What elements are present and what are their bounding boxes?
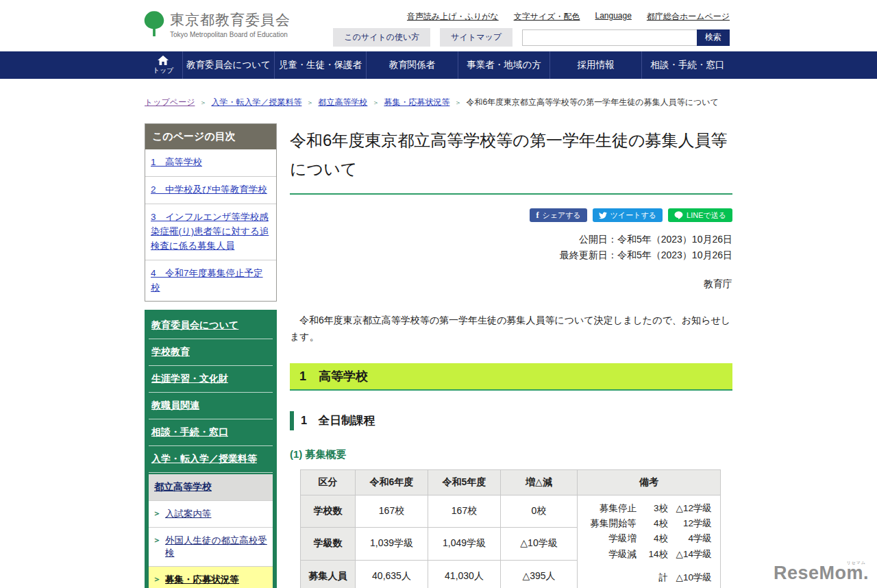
site-header: 東京都教育委員会 Tokyo Metropolitan Board of Edu… — [0, 0, 877, 51]
remarks-line: 学級減 14校 △14学級 — [583, 547, 712, 562]
sidebar-item-about-board[interactable]: 教育委員会について — [149, 313, 273, 339]
toc-item-high-school[interactable]: 1 高等学校 — [145, 149, 276, 176]
chevron-right-icon: ＞ — [153, 535, 161, 546]
utility-link-tocho-home[interactable]: 都庁総合ホームページ — [647, 11, 730, 23]
utility-link-voice[interactable]: 音声読み上げ・ふりがな — [407, 11, 499, 23]
chevron-right-icon: ＞ — [153, 574, 161, 585]
facebook-share-button[interactable]: f シェアする — [530, 208, 586, 222]
page: 東京都教育委員会 Tokyo Metropolitan Board of Edu… — [0, 0, 877, 588]
share-buttons: f シェアする ツイートする LINEで送る — [290, 208, 732, 222]
search-input[interactable] — [522, 29, 697, 46]
remarks-total: 計 △10学級 — [583, 570, 712, 585]
remarks-line: 募集停止 3校 △12学級 — [583, 501, 712, 516]
sidebar-item-school-education[interactable]: 学校教育 — [149, 339, 273, 366]
agency-name: 教育庁 — [290, 278, 732, 291]
date-block: 公開日：令和5年（2023）10月26日 最終更新日：令和5年（2023）10月… — [290, 232, 732, 263]
toc-item-influenza[interactable]: 3 インフルエンザ等学校感染症罹(り)患者等に対する追検査に係る募集人員 — [145, 204, 276, 260]
sidebar-subitem-recruitment-status[interactable]: ＞ 募集・応募状況等 — [149, 566, 273, 588]
breadcrumb-separator: ＞ — [372, 98, 379, 108]
resemom-ruby: リセマム — [846, 560, 866, 566]
table-row-schools: 学校数 167校 167校 0校 募集停止 3校 △12学級 募集開始等 — [301, 495, 721, 527]
home-icon — [158, 56, 169, 65]
sidebar-item-consultation[interactable]: 相談・手続・窓口 — [149, 419, 273, 446]
search-button[interactable]: 検索 — [697, 29, 730, 46]
breadcrumb-link-admission[interactable]: 入学・転入学／授業料等 — [211, 97, 301, 108]
nav-item-educators[interactable]: 教育関係者 — [366, 51, 458, 79]
nav-item-about-board[interactable]: 教育委員会について — [182, 51, 274, 79]
recruitment-summary-table: 区分 令和6年度 令和5年度 増△減 備考 学校数 167校 167校 0校 — [300, 469, 721, 588]
breadcrumb-link-recruitment-status[interactable]: 募集・応募状況等 — [384, 97, 449, 108]
breadcrumb-link-top[interactable]: トップページ — [145, 97, 195, 108]
col-header-diff: 増△減 — [501, 469, 578, 495]
sidebar-section-metropolitan-hs[interactable]: 都立高等学校 — [149, 474, 273, 500]
content-columns: このページの目次 1 高等学校 2 中学校及び中等教育学校 3 インフルエンザ等… — [145, 122, 732, 588]
sidebar-item-lifelong-learning[interactable]: 生涯学習・文化財 — [149, 366, 273, 393]
col-header-category: 区分 — [301, 469, 356, 495]
site-usage-button[interactable]: このサイトの使い方 — [333, 28, 430, 47]
page-toc: このページの目次 1 高等学校 2 中学校及び中等教育学校 3 インフルエンザ等… — [145, 123, 277, 302]
subsection-heading-fulltime: 1 全日制課程 — [290, 411, 732, 430]
remarks-line: 学級増 4校 4学級 — [583, 531, 712, 546]
sidebar-item-teachers[interactable]: 教職員関連 — [149, 393, 273, 419]
facebook-icon: f — [536, 210, 539, 221]
nav-item-students-guardians[interactable]: 児童・生徒・保護者 — [274, 51, 366, 79]
section-heading-high-school: 1 高等学校 — [290, 363, 732, 391]
page-title: 令和6年度東京都立高等学校等の第一学年生徒の募集人員等について — [290, 122, 732, 195]
breadcrumb: トップページ ＞ 入学・転入学／授業料等 ＞ 都立高等学校 ＞ 募集・応募状況等… — [145, 79, 732, 122]
utility-links: 音声読み上げ・ふりがな 文字サイズ・配色 Language 都庁総合ホームページ — [407, 11, 730, 23]
remarks-line: 募集開始等 4校 12学級 — [583, 516, 712, 531]
utility-link-language[interactable]: Language — [595, 11, 631, 23]
sidebar-menu: 教育委員会について 学校教育 生涯学習・文化財 教職員関連 相談・手続・窓口 入… — [145, 310, 277, 588]
sidebar-item-admission[interactable]: 入学・転入学／授業料等 — [149, 446, 273, 473]
nav-home-label: トップ — [153, 66, 174, 75]
nav-home[interactable]: トップ — [144, 51, 182, 79]
resemom-watermark: リセマム ReseMom. — [774, 563, 869, 584]
col-header-remarks: 備考 — [578, 469, 721, 495]
twitter-share-button[interactable]: ツイートする — [593, 208, 663, 222]
line-icon — [674, 211, 683, 219]
breadcrumb-separator: ＞ — [454, 98, 461, 108]
site-logo-link[interactable]: 東京都教育委員会 Tokyo Metropolitan Board of Edu… — [144, 10, 291, 38]
logo-title: 東京都教育委員会 — [170, 10, 291, 29]
chevron-right-icon: ＞ — [153, 508, 161, 519]
col-header-reiwa6: 令和6年度 — [356, 469, 428, 495]
nav-item-consultation[interactable]: 相談・手続・窓口 — [641, 51, 733, 79]
breadcrumb-current: 令和6年度東京都立高等学校等の第一学年生徒の募集人員等について — [466, 97, 718, 108]
nav-item-business-local[interactable]: 事業者・地域の方 — [458, 51, 549, 79]
toc-item-r7-stop[interactable]: 4 令和7年度募集停止予定校 — [145, 260, 276, 302]
twitter-bird-icon — [599, 212, 607, 219]
header-tools-row: このサイトの使い方 サイトマップ 検索 — [333, 28, 730, 47]
sidebar-subitem-foreign-students[interactable]: ＞ 外国人生徒の都立高校受検 — [149, 527, 273, 566]
logo-subtitle: Tokyo Metropolitan Board of Education — [170, 31, 291, 38]
sidebar: このページの目次 1 高等学校 2 中学校及び中等教育学校 3 インフルエンザ等… — [145, 122, 277, 588]
breadcrumb-separator: ＞ — [199, 98, 206, 108]
toc-item-junior-high[interactable]: 2 中学校及び中等教育学校 — [145, 176, 276, 204]
remarks-cell: 募集停止 3校 △12学級 募集開始等 4校 12学級 学級増 — [578, 495, 721, 588]
updated-date: 最終更新日：令和5年（2023）10月26日 — [290, 247, 732, 263]
tokyo-ginkgo-icon — [144, 10, 164, 38]
col-header-reiwa5: 令和5年度 — [428, 469, 501, 495]
line-share-button[interactable]: LINEで送る — [668, 208, 732, 222]
toc-title: このページの目次 — [145, 124, 276, 149]
breadcrumb-link-metropolitan-hs[interactable]: 都立高等学校 — [318, 97, 367, 108]
block-heading-recruit-overview: (1) 募集概要 — [290, 448, 732, 461]
nav-item-recruitment[interactable]: 採用情報 — [549, 51, 641, 79]
sidebar-subitem-exam-guide[interactable]: ＞ 入試案内等 — [149, 500, 273, 527]
global-nav: トップ 教育委員会について 児童・生徒・保護者 教育関係者 事業者・地域の方 採… — [0, 51, 877, 79]
breadcrumb-separator: ＞ — [306, 98, 313, 108]
sitemap-button[interactable]: サイトマップ — [440, 28, 512, 47]
published-date: 公開日：令和5年（2023）10月26日 — [290, 232, 732, 247]
utility-link-fontsize[interactable]: 文字サイズ・配色 — [514, 11, 580, 23]
intro-paragraph: 令和6年度東京都立高等学校等の第一学年生徒の募集人員等について決定しましたので、… — [290, 313, 732, 345]
main-content: 令和6年度東京都立高等学校等の第一学年生徒の募集人員等について f シェアする … — [290, 122, 732, 588]
